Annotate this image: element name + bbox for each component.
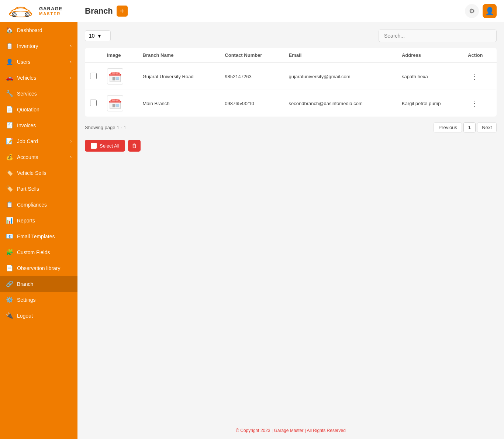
col-address: Address xyxy=(397,48,463,63)
row-address-1: sapath hexa xyxy=(397,63,463,90)
nav-label-vehicles: Vehicles xyxy=(17,75,36,81)
row-checkbox-1[interactable] xyxy=(90,73,97,79)
chevron-down-icon: ▼ xyxy=(97,33,102,39)
nav-icon-services: 🔧 xyxy=(6,90,13,97)
nav-label-dashboard: Dashboard xyxy=(17,27,42,33)
row-contact-2: 09876543210 xyxy=(220,90,283,117)
nav-icon-custom-fields: 🧩 xyxy=(6,249,13,256)
sidebar-item-email-templates[interactable]: 📧 Email Templates xyxy=(0,228,77,244)
nav-label-logout: Logout xyxy=(17,313,33,319)
action-menu-button-2[interactable]: ⋮ xyxy=(468,97,481,109)
sidebar-item-vehicle-sells[interactable]: 🏷️ Vehicle Sells xyxy=(0,165,77,181)
col-contact: Contact Number xyxy=(220,48,283,63)
row-image-cell xyxy=(102,63,138,90)
row-checkbox-2[interactable] xyxy=(90,100,97,106)
nav-icon-branch: 🔗 xyxy=(6,280,13,287)
nav-label-inventory: Inventory xyxy=(17,43,38,49)
sidebar-item-part-sells[interactable]: 🏷️ Part Sells xyxy=(0,181,77,197)
nav-icon-logout: 🔌 xyxy=(6,312,13,319)
col-email: Email xyxy=(284,48,397,63)
sidebar-item-users[interactable]: 👤 Users › xyxy=(0,54,77,70)
svg-rect-12 xyxy=(113,104,115,107)
sidebar-item-logout[interactable]: 🔌 Logout xyxy=(0,308,77,324)
content-area: 10 ▼ Image Branch Name Contact Number Em… xyxy=(77,22,504,422)
svg-rect-6 xyxy=(113,77,115,80)
row-address-2: Kargil petrol pump xyxy=(397,90,463,117)
sidebar-item-reports[interactable]: 📊 Reports xyxy=(0,212,77,228)
action-menu-button-1[interactable]: ⋮ xyxy=(468,70,481,82)
nav-icon-invoices: 🧾 xyxy=(6,122,13,129)
row-contact-1: 9852147263 xyxy=(220,63,283,90)
branch-table: Image Branch Name Contact Number Email A… xyxy=(85,48,497,117)
sidebar: GARAGE MASTER 🏠 Dashboard 📋 Inventory › … xyxy=(0,0,77,439)
nav-icon-observation-library: 📄 xyxy=(6,265,13,272)
nav-icon-settings: ⚙️ xyxy=(6,296,13,303)
nav-label-part-sells: Part Sells xyxy=(17,186,39,192)
col-image: Image xyxy=(102,48,138,63)
row-checkbox-cell xyxy=(85,90,102,117)
chevron-icon-users: › xyxy=(70,59,72,65)
user-avatar[interactable]: 👤 xyxy=(483,4,497,18)
sidebar-item-jobcard[interactable]: 📝 Job Card › xyxy=(0,133,77,149)
page-1-button[interactable]: 1 xyxy=(463,122,476,132)
nav-label-users: Users xyxy=(17,59,31,65)
chevron-icon-vehicles: › xyxy=(70,75,72,80)
sidebar-item-settings[interactable]: ⚙️ Settings xyxy=(0,292,77,308)
sidebar-item-accounts[interactable]: 💰 Accounts › xyxy=(0,149,77,165)
sidebar-item-invoices[interactable]: 🧾 Invoices xyxy=(0,117,77,133)
pagination-area: Showing page 1 - 1 Previous 1 Next xyxy=(85,122,497,132)
chevron-icon-accounts: › xyxy=(70,155,72,160)
branch-image-2 xyxy=(107,95,123,111)
nav-icon-jobcard: 📝 xyxy=(6,138,13,145)
svg-point-2 xyxy=(13,14,15,15)
per-page-value: 10 xyxy=(89,33,95,39)
row-email-2: secondbranch@dasinfomedia.com xyxy=(284,90,397,117)
search-box xyxy=(379,30,497,42)
pagination-controls: Previous 1 Next xyxy=(434,122,497,132)
nav-icon-quotation: 📄 xyxy=(6,106,13,113)
nav-icon-email-templates: 📧 xyxy=(6,233,13,240)
nav-label-jobcard: Job Card xyxy=(17,138,38,144)
col-action: Action xyxy=(463,48,497,63)
logo-brand: GARAGE xyxy=(39,6,62,11)
next-page-button[interactable]: Next xyxy=(477,122,497,132)
sidebar-item-vehicles[interactable]: 🚗 Vehicles › xyxy=(0,70,77,86)
search-input[interactable] xyxy=(379,30,497,42)
table-body: Gujarat University Road 9852147263 gujar… xyxy=(85,63,497,117)
nav-label-custom-fields: Custom Fields xyxy=(17,249,50,255)
delete-button[interactable]: 🗑 xyxy=(128,140,141,152)
sidebar-item-custom-fields[interactable]: 🧩 Custom Fields xyxy=(0,244,77,260)
nav-label-reports: Reports xyxy=(17,218,35,224)
sidebar-item-quotation[interactable]: 📄 Quotation xyxy=(0,101,77,117)
bottom-actions: Select All 🗑 xyxy=(85,140,497,152)
nav-label-compliances: Compliances xyxy=(17,202,47,208)
nav-label-email-templates: Email Templates xyxy=(17,234,55,239)
col-checkbox xyxy=(85,48,102,63)
sidebar-item-dashboard[interactable]: 🏠 Dashboard xyxy=(0,22,77,38)
previous-page-button[interactable]: Previous xyxy=(434,122,462,132)
nav-label-vehicle-sells: Vehicle Sells xyxy=(17,170,46,176)
nav-label-quotation: Quotation xyxy=(17,107,39,113)
settings-icon-button[interactable]: ⚙ xyxy=(465,4,479,18)
sidebar-item-branch[interactable]: 🔗 Branch xyxy=(0,276,77,292)
table-header-row: Image Branch Name Contact Number Email A… xyxy=(85,48,497,63)
add-branch-button[interactable]: + xyxy=(117,6,128,17)
row-branch-name-2: Main Branch xyxy=(138,90,220,117)
sidebar-item-inventory[interactable]: 📋 Inventory › xyxy=(0,38,77,54)
topbar-actions: ⚙ 👤 xyxy=(465,4,497,18)
footer-text: © Copyright 2023 | Garage Master | All R… xyxy=(236,428,346,433)
nav-label-invoices: Invoices xyxy=(17,122,36,128)
select-all-button[interactable]: Select All xyxy=(85,140,125,152)
gear-icon: ⚙ xyxy=(469,7,475,15)
table-row: Main Branch 09876543210 secondbranch@das… xyxy=(85,90,497,117)
nav-icon-vehicles: 🚗 xyxy=(6,74,13,81)
user-icon: 👤 xyxy=(485,7,494,15)
nav-icon-compliances: 📋 xyxy=(6,201,13,208)
sidebar-item-compliances[interactable]: 📋 Compliances xyxy=(0,197,77,212)
sidebar-item-observation-library[interactable]: 📄 Observation library xyxy=(0,260,77,276)
per-page-dropdown[interactable]: 10 ▼ xyxy=(85,30,111,41)
sidebar-item-services[interactable]: 🔧 Services xyxy=(0,86,77,101)
logo-sub: MASTER xyxy=(39,11,62,16)
page-title: Branch xyxy=(85,6,113,16)
nav-icon-dashboard: 🏠 xyxy=(6,27,13,34)
